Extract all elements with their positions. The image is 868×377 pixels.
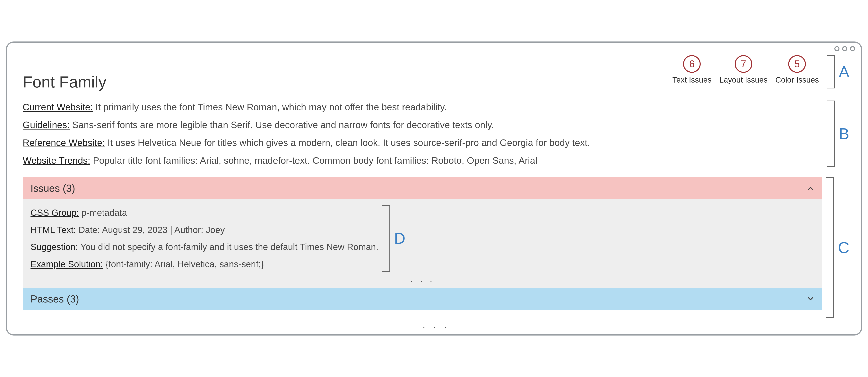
detail-text: {font-family: Arial, Helvetica, sans-ser… — [105, 259, 264, 269]
detail-suggestion: Suggestion: You did not specify a font-f… — [31, 238, 378, 256]
detail-css-group: CSS Group: p-metadata — [31, 204, 378, 221]
info-label: Current Website: — [23, 102, 93, 112]
info-text: It uses Helvetica Neue for titles which … — [107, 138, 590, 148]
summary-group: 6 Text Issues 7 Layout Issues 5 Color Is… — [672, 55, 849, 88]
content-area: Font Family 6 Text Issues 7 Layout Issue… — [7, 51, 861, 330]
info-block: Current Website: It primarily uses the f… — [23, 98, 849, 170]
detail-label: Example Solution: — [31, 259, 103, 269]
window-controls — [7, 42, 861, 51]
info-website-trends: Website Trends: Popular title font famil… — [23, 152, 823, 169]
bottom-ellipsis: . . . — [23, 318, 849, 330]
summary-items: 6 Text Issues 7 Layout Issues 5 Color Is… — [672, 55, 819, 84]
info-text: Popular title font families: Arial, sohn… — [93, 155, 537, 166]
detail-text: You did not specify a font-family and it… — [80, 242, 378, 252]
detail-label: Suggestion: — [31, 242, 78, 252]
issues-header-label: Issues (3) — [31, 182, 75, 194]
annotation-b: B — [839, 125, 849, 143]
summary-label: Text Issues — [672, 76, 711, 84]
window-dot[interactable] — [842, 46, 847, 51]
detail-label: HTML Text: — [31, 225, 76, 235]
summary-label: Layout Issues — [719, 76, 768, 84]
page-title: Font Family — [23, 73, 106, 91]
info-text: It primarily uses the font Times New Rom… — [96, 102, 447, 112]
annotation-bracket-c: C — [826, 177, 849, 318]
annotation-bracket-a: A — [823, 55, 849, 88]
passes-header-label: Passes (3) — [31, 293, 79, 305]
count-badge: 7 — [735, 55, 752, 73]
accordion-body: Issues (3) CSS Group: p-metadata — [23, 177, 822, 318]
chevron-down-icon — [807, 295, 814, 303]
detail-text: p-metadata — [82, 208, 127, 218]
detail-label: CSS Group: — [31, 208, 79, 218]
annotation-c: C — [838, 239, 849, 257]
summary-text-issues[interactable]: 6 Text Issues — [672, 55, 711, 84]
annotation-bracket-b: B — [827, 100, 849, 167]
annotation-a: A — [839, 63, 849, 81]
summary-layout-issues[interactable]: 7 Layout Issues — [719, 55, 768, 84]
info-text: Sans-serif fonts are more legible than S… — [72, 120, 494, 130]
window-dot[interactable] — [850, 46, 855, 51]
detail-text: Date: August 29, 2023 | Author: Joey — [79, 225, 225, 235]
window-dot[interactable] — [834, 46, 839, 51]
count-badge: 6 — [683, 55, 701, 73]
chevron-up-icon — [807, 184, 814, 192]
info-guidelines: Guidelines: Sans-serif fonts are more le… — [23, 116, 823, 134]
detail-lines: CSS Group: p-metadata HTML Text: Date: A… — [31, 204, 378, 273]
info-reference-website: Reference Website: It uses Helvetica Neu… — [23, 134, 823, 152]
info-lines: Current Website: It primarily uses the f… — [23, 98, 823, 170]
issue-detail-panel: CSS Group: p-metadata HTML Text: Date: A… — [23, 199, 822, 288]
info-label: Reference Website: — [23, 138, 105, 148]
annotation-d: D — [394, 230, 405, 248]
header-row: Font Family 6 Text Issues 7 Layout Issue… — [23, 55, 849, 91]
app-window: Font Family 6 Text Issues 7 Layout Issue… — [6, 41, 862, 336]
info-label: Guidelines: — [23, 120, 70, 130]
ellipsis: . . . — [31, 273, 814, 286]
passes-header[interactable]: Passes (3) — [23, 288, 822, 310]
issues-header[interactable]: Issues (3) — [23, 177, 822, 199]
info-current-website: Current Website: It primarily uses the f… — [23, 98, 823, 116]
detail-html-text: HTML Text: Date: August 29, 2023 | Autho… — [31, 222, 378, 238]
summary-label: Color Issues — [775, 76, 819, 84]
detail-example-solution: Example Solution: {font-family: Arial, H… — [31, 256, 378, 273]
annotation-bracket-d: D — [382, 205, 405, 272]
accordion: Issues (3) CSS Group: p-metadata — [23, 177, 849, 318]
summary-color-issues[interactable]: 5 Color Issues — [775, 55, 819, 84]
info-label: Website Trends: — [23, 155, 90, 166]
count-badge: 5 — [788, 55, 806, 73]
